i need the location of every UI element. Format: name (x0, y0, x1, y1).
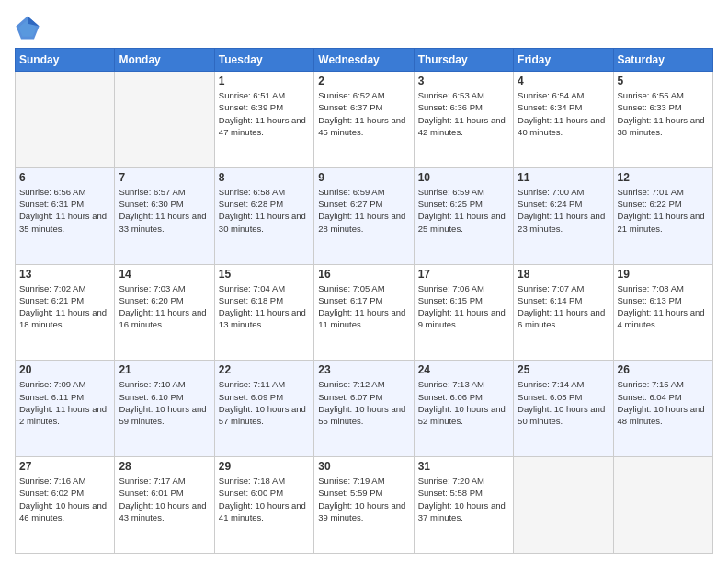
calendar-cell: 22Sunrise: 7:11 AM Sunset: 6:09 PM Dayli… (214, 361, 313, 457)
day-number: 21 (119, 363, 210, 376)
day-info: Sunrise: 7:04 AM Sunset: 6:18 PM Dayligh… (219, 282, 310, 331)
calendar-cell: 2Sunrise: 6:52 AM Sunset: 6:37 PM Daylig… (314, 72, 414, 168)
day-number: 11 (518, 171, 609, 184)
day-number: 31 (418, 460, 509, 473)
calendar-cell: 15Sunrise: 7:04 AM Sunset: 6:18 PM Dayli… (214, 264, 313, 361)
day-info: Sunrise: 7:01 AM Sunset: 6:22 PM Dayligh… (618, 186, 709, 235)
day-info: Sunrise: 6:55 AM Sunset: 6:33 PM Dayligh… (618, 89, 709, 138)
day-info: Sunrise: 7:06 AM Sunset: 6:15 PM Dayligh… (418, 282, 509, 331)
day-info: Sunrise: 7:15 AM Sunset: 6:04 PM Dayligh… (618, 378, 709, 427)
day-info: Sunrise: 6:53 AM Sunset: 6:36 PM Dayligh… (418, 89, 509, 138)
calendar-cell: 28Sunrise: 7:17 AM Sunset: 6:01 PM Dayli… (115, 457, 214, 554)
day-number: 6 (19, 171, 110, 184)
calendar-cell: 14Sunrise: 7:03 AM Sunset: 6:20 PM Dayli… (115, 264, 214, 361)
day-number: 14 (119, 268, 210, 281)
calendar-cell: 31Sunrise: 7:20 AM Sunset: 5:58 PM Dayli… (414, 457, 513, 554)
day-info: Sunrise: 7:02 AM Sunset: 6:21 PM Dayligh… (19, 282, 110, 331)
calendar-cell: 21Sunrise: 7:10 AM Sunset: 6:10 PM Dayli… (115, 361, 214, 457)
calendar-cell: 20Sunrise: 7:09 AM Sunset: 6:11 PM Dayli… (16, 361, 115, 457)
day-number: 12 (618, 171, 709, 184)
day-info: Sunrise: 6:59 AM Sunset: 6:27 PM Dayligh… (318, 186, 409, 235)
calendar-cell: 25Sunrise: 7:14 AM Sunset: 6:05 PM Dayli… (514, 361, 613, 457)
day-number: 9 (318, 171, 409, 184)
day-number: 30 (318, 460, 409, 473)
col-header-tuesday: Tuesday (214, 49, 313, 72)
calendar-cell: 4Sunrise: 6:54 AM Sunset: 6:34 PM Daylig… (514, 72, 613, 168)
day-number: 23 (318, 363, 409, 376)
day-number: 7 (119, 171, 210, 184)
calendar-cell: 29Sunrise: 7:18 AM Sunset: 6:00 PM Dayli… (214, 457, 313, 554)
day-info: Sunrise: 7:20 AM Sunset: 5:58 PM Dayligh… (418, 475, 509, 523)
calendar-cell: 17Sunrise: 7:06 AM Sunset: 6:15 PM Dayli… (414, 264, 513, 361)
col-header-sunday: Sunday (16, 49, 115, 72)
day-number: 16 (318, 268, 409, 281)
calendar-week-4: 20Sunrise: 7:09 AM Sunset: 6:11 PM Dayli… (16, 361, 713, 457)
day-number: 26 (618, 363, 709, 376)
day-number: 18 (518, 268, 609, 281)
day-info: Sunrise: 7:12 AM Sunset: 6:07 PM Dayligh… (318, 378, 409, 427)
calendar-cell: 11Sunrise: 7:00 AM Sunset: 6:24 PM Dayli… (514, 167, 613, 264)
day-info: Sunrise: 7:18 AM Sunset: 6:00 PM Dayligh… (219, 475, 310, 523)
col-header-monday: Monday (115, 49, 214, 72)
calendar-cell: 13Sunrise: 7:02 AM Sunset: 6:21 PM Dayli… (16, 264, 115, 361)
calendar-cell: 9Sunrise: 6:59 AM Sunset: 6:27 PM Daylig… (314, 167, 414, 264)
day-info: Sunrise: 7:03 AM Sunset: 6:20 PM Dayligh… (119, 282, 210, 331)
calendar-cell: 19Sunrise: 7:08 AM Sunset: 6:13 PM Dayli… (613, 264, 712, 361)
day-number: 13 (19, 268, 110, 281)
day-info: Sunrise: 7:07 AM Sunset: 6:14 PM Dayligh… (518, 282, 609, 331)
day-info: Sunrise: 6:54 AM Sunset: 6:34 PM Dayligh… (518, 89, 609, 138)
day-info: Sunrise: 6:51 AM Sunset: 6:39 PM Dayligh… (219, 89, 310, 138)
day-number: 20 (19, 363, 110, 376)
logo (15, 15, 44, 40)
calendar-header-row: SundayMondayTuesdayWednesdayThursdayFrid… (16, 49, 713, 72)
day-info: Sunrise: 7:10 AM Sunset: 6:10 PM Dayligh… (119, 378, 210, 427)
col-header-friday: Friday (514, 49, 613, 72)
day-number: 4 (518, 75, 609, 87)
day-number: 1 (219, 75, 310, 87)
day-info: Sunrise: 7:17 AM Sunset: 6:01 PM Dayligh… (119, 475, 210, 523)
day-number: 24 (418, 363, 509, 376)
day-number: 25 (518, 363, 609, 376)
calendar-cell (514, 457, 613, 554)
calendar-cell: 5Sunrise: 6:55 AM Sunset: 6:33 PM Daylig… (613, 72, 712, 168)
day-info: Sunrise: 7:13 AM Sunset: 6:06 PM Dayligh… (418, 378, 509, 427)
day-info: Sunrise: 6:59 AM Sunset: 6:25 PM Dayligh… (418, 186, 509, 235)
calendar-cell: 1Sunrise: 6:51 AM Sunset: 6:39 PM Daylig… (214, 72, 313, 168)
calendar-week-5: 27Sunrise: 7:16 AM Sunset: 6:02 PM Dayli… (16, 457, 713, 554)
day-info: Sunrise: 7:11 AM Sunset: 6:09 PM Dayligh… (219, 378, 310, 427)
header (15, 15, 713, 40)
calendar-cell: 16Sunrise: 7:05 AM Sunset: 6:17 PM Dayli… (314, 264, 414, 361)
col-header-thursday: Thursday (414, 49, 513, 72)
day-info: Sunrise: 6:57 AM Sunset: 6:30 PM Dayligh… (119, 186, 210, 235)
day-info: Sunrise: 7:08 AM Sunset: 6:13 PM Dayligh… (618, 282, 709, 331)
day-info: Sunrise: 7:14 AM Sunset: 6:05 PM Dayligh… (518, 378, 609, 427)
calendar-cell: 3Sunrise: 6:53 AM Sunset: 6:36 PM Daylig… (414, 72, 513, 168)
col-header-wednesday: Wednesday (314, 49, 414, 72)
calendar-week-3: 13Sunrise: 7:02 AM Sunset: 6:21 PM Dayli… (16, 264, 713, 361)
calendar-cell (115, 72, 214, 168)
day-info: Sunrise: 7:00 AM Sunset: 6:24 PM Dayligh… (518, 186, 609, 235)
day-number: 22 (219, 363, 310, 376)
day-number: 29 (219, 460, 310, 473)
day-number: 19 (618, 268, 709, 281)
calendar-cell (16, 72, 115, 168)
calendar-cell: 12Sunrise: 7:01 AM Sunset: 6:22 PM Dayli… (613, 167, 712, 264)
day-number: 15 (219, 268, 310, 281)
day-info: Sunrise: 6:58 AM Sunset: 6:28 PM Dayligh… (219, 186, 310, 235)
calendar-cell: 7Sunrise: 6:57 AM Sunset: 6:30 PM Daylig… (115, 167, 214, 264)
day-info: Sunrise: 7:05 AM Sunset: 6:17 PM Dayligh… (318, 282, 409, 331)
calendar-cell: 24Sunrise: 7:13 AM Sunset: 6:06 PM Dayli… (414, 361, 513, 457)
calendar-cell: 26Sunrise: 7:15 AM Sunset: 6:04 PM Dayli… (613, 361, 712, 457)
day-info: Sunrise: 6:52 AM Sunset: 6:37 PM Dayligh… (318, 89, 409, 138)
day-number: 5 (618, 75, 709, 87)
day-number: 17 (418, 268, 509, 281)
page: SundayMondayTuesdayWednesdayThursdayFrid… (0, 0, 728, 563)
calendar-week-2: 6Sunrise: 6:56 AM Sunset: 6:31 PM Daylig… (16, 167, 713, 264)
calendar-cell: 23Sunrise: 7:12 AM Sunset: 6:07 PM Dayli… (314, 361, 414, 457)
day-number: 3 (418, 75, 509, 87)
calendar-cell: 18Sunrise: 7:07 AM Sunset: 6:14 PM Dayli… (514, 264, 613, 361)
day-info: Sunrise: 7:19 AM Sunset: 5:59 PM Dayligh… (318, 475, 409, 523)
calendar-cell: 8Sunrise: 6:58 AM Sunset: 6:28 PM Daylig… (214, 167, 313, 264)
day-info: Sunrise: 7:09 AM Sunset: 6:11 PM Dayligh… (19, 378, 110, 427)
day-number: 2 (318, 75, 409, 87)
